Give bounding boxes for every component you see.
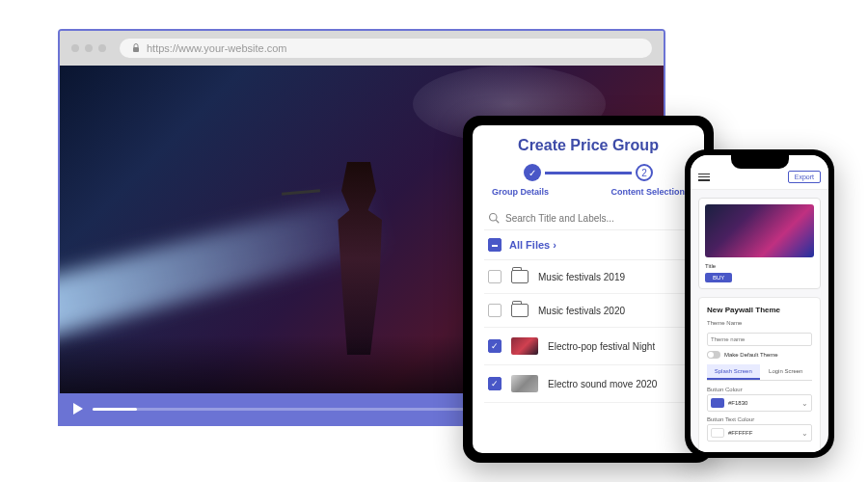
color-picker[interactable]: #FFFFFF ⌄: [707, 424, 812, 442]
step-line: [545, 172, 632, 174]
file-row[interactable]: Music festivals 2019: [484, 260, 692, 294]
window-dot: [85, 44, 93, 52]
file-name: Electro sound move 2020: [548, 379, 657, 389]
color-swatch: [711, 428, 724, 438]
select-all-checkbox[interactable]: [488, 238, 502, 252]
row-checkbox[interactable]: [488, 270, 502, 283]
page-title: Create Price Group: [484, 137, 692, 154]
video-decor: [282, 189, 320, 195]
step-label: Group Details: [492, 187, 549, 197]
default-toggle-row: Make Default Theme: [707, 351, 812, 359]
chevron-down-icon: ⌄: [801, 429, 808, 438]
svg-rect-0: [133, 47, 139, 52]
row-checkbox[interactable]: [488, 304, 502, 317]
field-label: Button Text Colour: [707, 416, 812, 422]
tab-login[interactable]: Login Screen: [760, 364, 813, 380]
phone-notch: [731, 155, 789, 169]
tab-row: Splash Screen Login Screen: [707, 364, 812, 381]
color-value: #F1830: [728, 400, 798, 406]
preview-image: [705, 204, 814, 257]
color-picker[interactable]: #F1830 ⌄: [707, 394, 812, 412]
section-title: New Paywall Theme: [707, 306, 812, 314]
folder-icon: [511, 270, 529, 283]
toggle-label: Make Default Theme: [724, 352, 778, 358]
video-decor: [60, 193, 379, 343]
lock-icon: [131, 43, 141, 53]
theme-section: New Paywall Theme Theme Name Make Defaul…: [698, 297, 821, 452]
preview-title: Title: [705, 263, 716, 269]
buy-button[interactable]: BUY: [705, 273, 732, 282]
file-row[interactable]: Electro sound move 2020: [484, 365, 692, 403]
url-text: https://www.your-website.com: [147, 42, 287, 54]
search-input[interactable]: [505, 213, 689, 224]
window-dot: [98, 44, 106, 52]
color-swatch: [711, 398, 724, 408]
video-thumbnail: [511, 375, 538, 392]
export-button[interactable]: Export: [788, 171, 821, 183]
field-label: Theme Name: [707, 320, 812, 326]
step-active[interactable]: 2: [636, 164, 653, 181]
step-label: Content Selection: [610, 187, 685, 197]
folder-icon: [511, 304, 529, 317]
file-row[interactable]: Electro-pop festival Night: [484, 328, 692, 365]
file-name: Electro-pop festival Night: [548, 341, 655, 352]
file-name: Music festivals 2019: [538, 272, 625, 282]
play-icon[interactable]: [73, 403, 83, 415]
window-dot: [71, 44, 79, 52]
phone-screen: Export Title BUY New Paywall Theme Theme…: [691, 155, 828, 452]
preview-card: Title BUY: [698, 198, 821, 289]
stepper: 2: [484, 164, 692, 181]
step-labels: Group Details Content Selection: [484, 187, 692, 197]
row-checkbox[interactable]: [488, 377, 502, 390]
tab-splash[interactable]: Splash Screen: [707, 364, 760, 380]
step-done-icon[interactable]: [524, 164, 541, 181]
row-checkbox[interactable]: [488, 339, 502, 353]
search-icon: [488, 212, 500, 224]
tablet-device: Create Price Group 2 Group Details Conte…: [463, 116, 714, 463]
all-files-link[interactable]: All Files ›: [509, 239, 556, 251]
video-thumbnail: [511, 337, 538, 355]
search-row: [484, 206, 692, 230]
files-header: All Files ›: [484, 230, 692, 260]
file-row[interactable]: Music festivals 2020: [484, 294, 692, 328]
browser-titlebar: https://www.your-website.com: [60, 31, 664, 66]
menu-icon[interactable]: [698, 174, 710, 181]
svg-line-2: [496, 220, 499, 223]
tablet-screen: Create Price Group 2 Group Details Conte…: [473, 125, 704, 453]
color-value: #FFFFFF: [728, 430, 798, 436]
toggle-switch[interactable]: [707, 351, 720, 359]
url-bar[interactable]: https://www.your-website.com: [120, 39, 652, 58]
phone-device: Export Title BUY New Paywall Theme Theme…: [685, 149, 834, 458]
file-name: Music festivals 2020: [538, 306, 625, 316]
chevron-down-icon: ⌄: [801, 399, 808, 408]
svg-point-1: [490, 214, 498, 222]
field-label: Button Colour: [707, 387, 812, 392]
theme-name-input[interactable]: [707, 333, 812, 346]
